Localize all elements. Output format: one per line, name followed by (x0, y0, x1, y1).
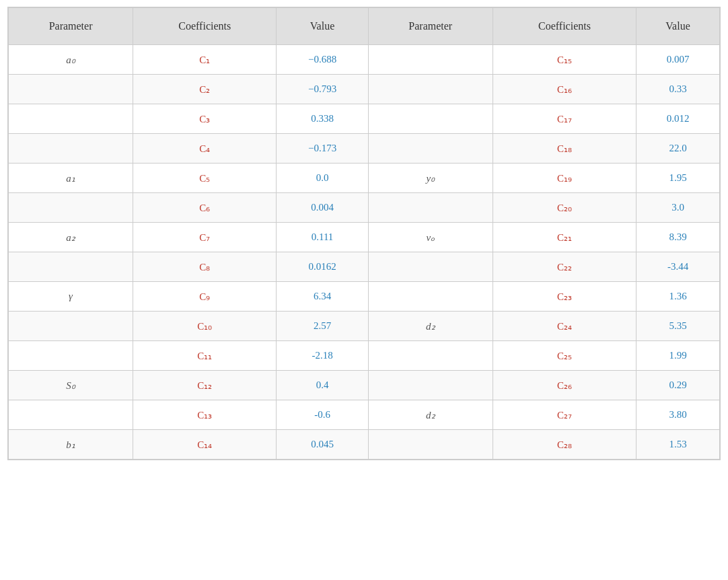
cell-r8-c1: C₉ (133, 282, 277, 312)
cell-r2-c0 (9, 104, 133, 134)
cell-r3-c4: C₁₈ (493, 134, 636, 164)
cell-r8-c3 (368, 282, 493, 312)
cell-r9-c0 (9, 312, 133, 341)
cell-r12-c2: -0.6 (277, 400, 368, 430)
cell-r5-c3 (368, 193, 493, 223)
col-header-param1: Parameter (9, 8, 133, 45)
cell-r6-c4: C₂₁ (493, 223, 636, 252)
cell-r10-c3 (368, 341, 493, 371)
cell-r1-c4: C₁₆ (493, 75, 636, 104)
cell-r11-c5: 0.29 (636, 371, 720, 400)
cell-r12-c0 (9, 400, 133, 430)
table-row: C₈0.0162C₂₂-3.44 (9, 252, 720, 282)
cell-r9-c3: d₂ (368, 312, 493, 341)
cell-r9-c4: C₂₄ (493, 312, 636, 341)
cell-r6-c1: C₇ (133, 223, 277, 252)
table-row: C₆0.004C₂₀3.0 (9, 193, 720, 223)
cell-r4-c4: C₁₉ (493, 164, 636, 193)
cell-r13-c4: C₂₈ (493, 430, 636, 460)
cell-r7-c4: C₂₂ (493, 252, 636, 282)
main-table: Parameter Coefficients Value Parameter C… (7, 7, 721, 460)
col-header-coeff2: Coefficients (493, 8, 636, 45)
cell-r3-c2: −0.173 (277, 134, 368, 164)
cell-r2-c1: C₃ (133, 104, 277, 134)
table-row: b₁C₁₄0.045C₂₈1.53 (9, 430, 720, 460)
col-header-coeff1: Coefficients (133, 8, 277, 45)
cell-r10-c5: 1.99 (636, 341, 720, 371)
cell-r3-c5: 22.0 (636, 134, 720, 164)
cell-r7-c1: C₈ (133, 252, 277, 282)
cell-r0-c2: −0.688 (277, 45, 368, 75)
cell-r8-c5: 1.36 (636, 282, 720, 312)
cell-r12-c3: d₂ (368, 400, 493, 430)
cell-r9-c5: 5.35 (636, 312, 720, 341)
table-row: C₂−0.793C₁₆0.33 (9, 75, 720, 104)
cell-r3-c1: C₄ (133, 134, 277, 164)
cell-r4-c1: C₅ (133, 164, 277, 193)
cell-r11-c4: C₂₆ (493, 371, 636, 400)
cell-r10-c2: -2.18 (277, 341, 368, 371)
cell-r1-c3 (368, 75, 493, 104)
cell-r13-c1: C₁₄ (133, 430, 277, 460)
cell-r3-c0 (9, 134, 133, 164)
cell-r13-c5: 1.53 (636, 430, 720, 460)
cell-r6-c5: 8.39 (636, 223, 720, 252)
cell-r8-c4: C₂₃ (493, 282, 636, 312)
cell-r6-c0: a₂ (9, 223, 133, 252)
cell-r12-c4: C₂₇ (493, 400, 636, 430)
cell-r11-c1: C₁₂ (133, 371, 277, 400)
table-row: a₂C₇0.111νₒC₂₁8.39 (9, 223, 720, 252)
col-header-val1: Value (277, 8, 368, 45)
cell-r6-c3: νₒ (368, 223, 493, 252)
table-row: γC₉6.34C₂₃1.36 (9, 282, 720, 312)
cell-r9-c2: 2.57 (277, 312, 368, 341)
cell-r6-c2: 0.111 (277, 223, 368, 252)
cell-r2-c5: 0.012 (636, 104, 720, 134)
cell-r0-c5: 0.007 (636, 45, 720, 75)
cell-r13-c0: b₁ (9, 430, 133, 460)
cell-r0-c1: C₁ (133, 45, 277, 75)
cell-r7-c0 (9, 252, 133, 282)
cell-r8-c2: 6.34 (277, 282, 368, 312)
cell-r5-c0 (9, 193, 133, 223)
cell-r4-c5: 1.95 (636, 164, 720, 193)
cell-r5-c1: C₆ (133, 193, 277, 223)
cell-r1-c0 (9, 75, 133, 104)
table-row: C₁₁-2.18C₂₅1.99 (9, 341, 720, 371)
cell-r2-c2: 0.338 (277, 104, 368, 134)
cell-r2-c4: C₁₇ (493, 104, 636, 134)
table-row: a₀C₁−0.688C₁₅0.007 (9, 45, 720, 75)
cell-r7-c2: 0.0162 (277, 252, 368, 282)
cell-r13-c3 (368, 430, 493, 460)
cell-r10-c1: C₁₁ (133, 341, 277, 371)
col-header-val2: Value (636, 8, 720, 45)
cell-r10-c4: C₂₅ (493, 341, 636, 371)
table-row: C₁₀2.57d₂C₂₄5.35 (9, 312, 720, 341)
cell-r7-c5: -3.44 (636, 252, 720, 282)
cell-r4-c3: y₀ (368, 164, 493, 193)
header-row: Parameter Coefficients Value Parameter C… (9, 8, 720, 45)
cell-r5-c5: 3.0 (636, 193, 720, 223)
cell-r12-c5: 3.80 (636, 400, 720, 430)
cell-r4-c0: a₁ (9, 164, 133, 193)
table-row: S₀C₁₂0.4C₂₆0.29 (9, 371, 720, 400)
cell-r10-c0 (9, 341, 133, 371)
cell-r4-c2: 0.0 (277, 164, 368, 193)
cell-r1-c1: C₂ (133, 75, 277, 104)
cell-r5-c4: C₂₀ (493, 193, 636, 223)
cell-r11-c0: S₀ (9, 371, 133, 400)
table-row: C₃0.338C₁₇0.012 (9, 104, 720, 134)
cell-r1-c5: 0.33 (636, 75, 720, 104)
table-row: C₄−0.173C₁₈22.0 (9, 134, 720, 164)
col-header-param2: Parameter (368, 8, 493, 45)
cell-r11-c2: 0.4 (277, 371, 368, 400)
cell-r8-c0: γ (9, 282, 133, 312)
cell-r1-c2: −0.793 (277, 75, 368, 104)
cell-r13-c2: 0.045 (277, 430, 368, 460)
cell-r0-c3 (368, 45, 493, 75)
cell-r9-c1: C₁₀ (133, 312, 277, 341)
cell-r12-c1: C₁₃ (133, 400, 277, 430)
table-row: a₁C₅0.0y₀C₁₉1.95 (9, 164, 720, 193)
cell-r5-c2: 0.004 (277, 193, 368, 223)
cell-r11-c3 (368, 371, 493, 400)
